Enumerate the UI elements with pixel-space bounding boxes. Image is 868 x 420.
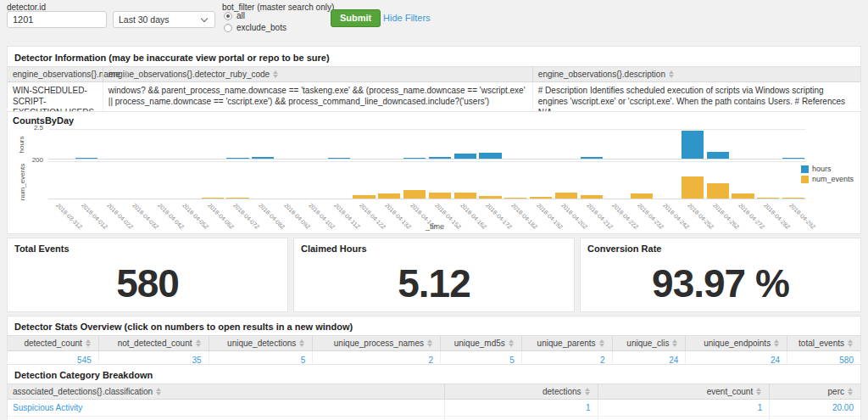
category-breakdown-title: Detection Category Breakdown <box>8 365 860 384</box>
sort-icon[interactable] <box>669 70 675 78</box>
col-header-total-events[interactable]: total_events <box>787 336 860 350</box>
detector-info-header: engine_observations{}.name engine_observ… <box>8 66 860 82</box>
bar-slot <box>654 130 680 159</box>
bar-slot <box>326 162 352 199</box>
chart-bar-hours <box>429 157 451 159</box>
bar-slot <box>604 130 630 159</box>
col-header-perc[interactable]: perc <box>769 384 860 399</box>
time-range-value: Last 30 days <box>119 14 170 25</box>
hide-filters-link[interactable]: Hide Filters <box>383 13 431 23</box>
chart-bar-hours <box>252 157 274 159</box>
total-events-card: Total Events 580 <box>7 238 288 312</box>
classification-cell[interactable]: Unwanted Software <box>8 417 444 420</box>
total-events-value: 580 <box>8 260 287 306</box>
bar-slot <box>376 162 402 199</box>
chart-bar-num_events <box>378 193 400 199</box>
chart-bar-hours <box>226 158 248 159</box>
event-count-cell[interactable]: 1 <box>598 400 770 416</box>
bot-filter-option-all[interactable]: all <box>224 11 245 20</box>
col-header-detected-count[interactable]: detected_count <box>8 336 98 350</box>
sort-icon[interactable] <box>756 388 762 395</box>
chart-bar-num_events <box>353 195 375 199</box>
col-header-description[interactable]: engine_observations{}.description <box>532 67 860 81</box>
col-header-unique-md5s[interactable]: unique_md5s <box>440 336 521 350</box>
sort-icon[interactable] <box>585 388 591 395</box>
chart-bar-num_events <box>429 193 451 199</box>
col-header-unique-clis[interactable]: unique_clis <box>612 336 686 350</box>
bar-slot <box>376 130 402 159</box>
sort-icon[interactable] <box>509 339 515 347</box>
legend-item-num-events[interactable]: num_events <box>801 175 854 183</box>
col-header-unique-parents[interactable]: unique_parents <box>521 336 612 350</box>
col-header-event-count[interactable]: event_count <box>598 384 770 399</box>
bar-slot <box>629 130 654 159</box>
bar-slot <box>99 162 125 199</box>
bar-slot <box>427 130 453 159</box>
bar-slot <box>579 162 604 199</box>
sort-icon[interactable] <box>124 70 130 78</box>
col-header-not-detected-count[interactable]: not_detected_count <box>98 336 209 350</box>
sort-icon[interactable] <box>599 339 605 347</box>
chart-bar-hours <box>328 158 350 159</box>
num-events-axis-label: num_events <box>19 164 26 201</box>
detector-id-input[interactable] <box>7 11 107 28</box>
chart-bar-num_events <box>226 198 248 199</box>
sort-icon[interactable] <box>86 339 92 347</box>
col-header-unique-detections[interactable]: unique_detections <box>209 336 313 350</box>
bar-slot <box>731 162 756 199</box>
claimed-hours-title: Claimed Hours <box>294 238 574 259</box>
radio-icon-exclude-bots[interactable] <box>224 24 232 32</box>
col-header-ruby-code[interactable]: engine_observations{}.detector_ruby_code <box>103 67 532 81</box>
bar-slot <box>200 130 225 159</box>
col-header-unique-process-names[interactable]: unique_process_names <box>312 336 440 350</box>
perc-cell[interactable]: 20.00 <box>769 400 860 416</box>
bar-slot <box>124 130 149 159</box>
bot-filter-option-exclude-bots[interactable]: exclude_bots <box>224 23 287 32</box>
event-count-cell[interactable]: 544 <box>598 417 770 420</box>
radio-icon-all[interactable] <box>224 12 232 20</box>
sort-icon[interactable] <box>156 388 162 395</box>
sort-icon[interactable] <box>672 339 678 347</box>
sort-icon[interactable] <box>427 339 433 347</box>
sort-icon[interactable] <box>774 339 780 347</box>
legend-swatch-num-events <box>801 176 809 183</box>
detections-cell[interactable]: 1 <box>444 400 598 416</box>
bar-slot <box>149 162 175 199</box>
time-range-select[interactable]: Last 30 days <box>113 11 215 28</box>
sort-icon[interactable] <box>848 388 854 395</box>
bar-slot <box>680 162 705 199</box>
bar-slot <box>528 130 554 159</box>
classification-cell[interactable]: Suspicious Activity <box>8 400 444 416</box>
bar-slot <box>402 162 427 199</box>
bar-slot <box>225 130 251 159</box>
chart-bar-num_events <box>403 190 426 199</box>
bar-slot <box>326 130 352 159</box>
bar-slot <box>453 130 478 159</box>
conversion-rate-value: 93.97 % <box>581 260 860 306</box>
sort-icon[interactable] <box>848 339 854 347</box>
bar-slot <box>225 162 251 199</box>
chart-bar-hours <box>581 157 603 159</box>
legend-swatch-hours <box>801 165 809 173</box>
sort-icon[interactable] <box>299 339 305 347</box>
detector-info-panel: Detector Information (may be inaccurate … <box>7 46 861 108</box>
col-header-detections[interactable]: detections <box>444 384 598 399</box>
claimed-hours-card: Claimed Hours 5.12 <box>293 238 575 312</box>
legend-item-hours[interactable]: hours <box>801 165 854 173</box>
perc-cell[interactable]: 80.00 <box>769 417 860 420</box>
sort-icon[interactable] <box>196 339 202 347</box>
col-header-unique-endpoints[interactable]: unique_endpoints <box>685 336 787 350</box>
detections-cell[interactable]: 4 <box>444 417 598 420</box>
chart-bar-num_events <box>631 193 653 199</box>
chart-bar-hours <box>682 131 704 159</box>
chart-bar-num_events <box>757 198 779 199</box>
sort-icon[interactable] <box>273 70 279 78</box>
col-header-name[interactable]: engine_observations{}.name <box>8 67 103 81</box>
submit-button[interactable]: Submit <box>331 9 381 27</box>
bar-slot <box>175 162 200 199</box>
total-events-title: Total Events <box>8 238 287 259</box>
x-axis-title: _time <box>8 222 862 231</box>
col-header-classification[interactable]: associated_detections{}.classification <box>8 384 444 399</box>
chart-bar-num_events <box>581 195 603 199</box>
num-events-ytick: 200 <box>9 156 43 164</box>
